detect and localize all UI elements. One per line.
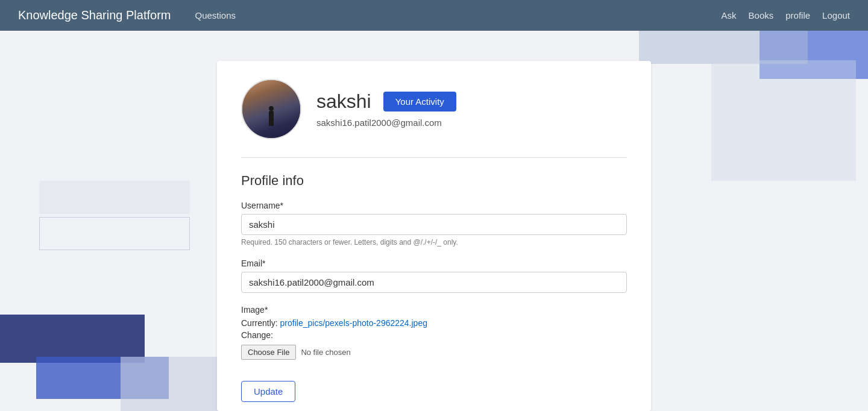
profile-header: sakshi Your Activity sakshi16.patil2000@… [241, 79, 627, 139]
navbar-link-profile[interactable]: profile [785, 10, 810, 20]
navbar: Knowledge Sharing Platform Questions Ask… [0, 0, 868, 31]
image-label: Image* [241, 305, 627, 315]
avatar-image [242, 80, 300, 138]
avatar [241, 79, 301, 139]
navbar-link-questions[interactable]: Questions [195, 10, 236, 20]
email-label: Email* [241, 259, 627, 268]
email-input[interactable] [241, 272, 627, 293]
navbar-link-logout[interactable]: Logout [822, 10, 850, 20]
username-label: Username* [241, 201, 627, 210]
email-group: Email* [241, 259, 627, 293]
profile-card: sakshi Your Activity sakshi16.patil2000@… [217, 61, 651, 411]
image-currently: Currently: profile_pics/pexels-photo-296… [241, 318, 627, 328]
divider [241, 157, 627, 158]
navbar-link-books[interactable]: Books [749, 10, 774, 20]
profile-name: sakshi [316, 90, 371, 113]
choose-file-button[interactable]: Choose File [241, 345, 296, 360]
avatar-silhouette [269, 111, 274, 126]
profile-email: sakshi16.patil2000@gmail.com [316, 118, 456, 128]
profile-info: sakshi Your Activity sakshi16.patil2000@… [316, 90, 456, 128]
file-input-row: Choose File No file chosen [241, 345, 627, 360]
image-link[interactable]: profile_pics/pexels-photo-2962224.jpeg [280, 318, 427, 328]
no-file-text: No file chosen [301, 348, 350, 357]
username-group: Username* Required. 150 characters or fe… [241, 201, 627, 246]
navbar-right: Ask Books profile Logout [722, 10, 850, 20]
image-group: Image* Currently: profile_pics/pexels-ph… [241, 305, 627, 360]
navbar-links: Questions [195, 10, 721, 20]
currently-prefix: Currently: [241, 318, 280, 328]
username-input[interactable] [241, 214, 627, 235]
image-change: Change: [241, 330, 627, 340]
profile-name-row: sakshi Your Activity [316, 90, 456, 113]
username-hint: Required. 150 characters or fewer. Lette… [241, 238, 627, 246]
section-title: Profile info [241, 173, 627, 189]
update-button[interactable]: Update [241, 381, 295, 402]
main-content: sakshi Your Activity sakshi16.patil2000@… [0, 31, 868, 411]
navbar-link-ask[interactable]: Ask [722, 10, 737, 20]
navbar-brand[interactable]: Knowledge Sharing Platform [18, 8, 171, 22]
your-activity-button[interactable]: Your Activity [383, 92, 456, 111]
